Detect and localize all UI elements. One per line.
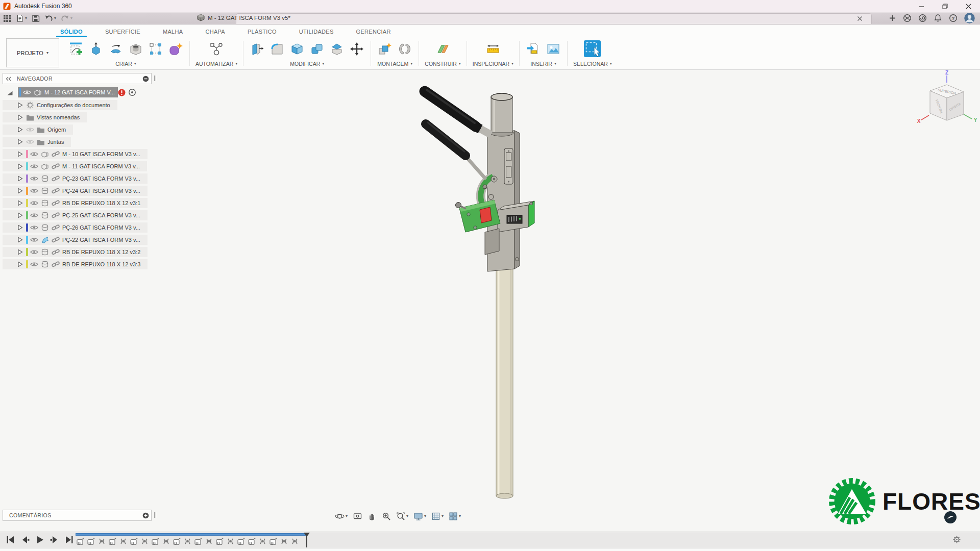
- expander-icon[interactable]: [17, 127, 23, 133]
- joint-feature-icon[interactable]: [162, 537, 170, 546]
- browser-item[interactable]: PÇ-25 GAT ISCA FORM V3 v...: [3, 210, 148, 220]
- insert-canvas-tool-button[interactable]: [545, 41, 561, 57]
- close-button[interactable]: [957, 0, 980, 12]
- ribbon-tab-0[interactable]: SÓLIDO: [60, 29, 83, 35]
- pan-button[interactable]: [368, 512, 377, 521]
- collapse-tree-icon[interactable]: [142, 76, 149, 82]
- eye-icon[interactable]: [30, 151, 38, 157]
- joint-feature-icon[interactable]: [183, 537, 192, 546]
- help-button[interactable]: ?: [949, 14, 958, 22]
- group-label[interactable]: AUTOMATIZAR▾: [195, 60, 237, 67]
- skip-start-button[interactable]: [5, 535, 15, 545]
- group-label[interactable]: INSERIR▾: [530, 60, 556, 67]
- expander-icon[interactable]: [17, 261, 23, 267]
- press-pull-tool-button[interactable]: [249, 41, 265, 57]
- joint-tool-button[interactable]: [397, 41, 413, 57]
- avatar-button[interactable]: [964, 13, 975, 23]
- move-copy-tool-button[interactable]: [349, 41, 365, 57]
- browser-item[interactable]: RB DE REPUXO 118 X 12 v3:2: [3, 247, 148, 257]
- browser-item[interactable]: RB DE REPUXO 118 X 12 v3:3: [3, 259, 148, 269]
- ribbon-tab-4[interactable]: PLÁSTICO: [248, 29, 277, 35]
- expander-icon[interactable]: [17, 237, 23, 243]
- root-expander-icon[interactable]: [7, 89, 13, 96]
- joint-feature-icon[interactable]: [258, 537, 267, 546]
- zoom-button[interactable]: [382, 512, 391, 521]
- shell-tool-button[interactable]: [289, 41, 305, 57]
- viewcube[interactable]: Z X Y SUPERIOR FRONTAL DIREITA: [915, 69, 980, 128]
- ribbon-tab-1[interactable]: SUPERFÍCIE: [105, 29, 140, 35]
- extensions-button[interactable]: [903, 14, 912, 22]
- joint-feature-icon[interactable]: [140, 537, 149, 546]
- expander-icon[interactable]: [17, 139, 23, 145]
- browser-item[interactable]: PÇ-22 GAT ISCA FORM V3 v...: [3, 235, 148, 245]
- ribbon-tab-5[interactable]: UTILIDADES: [299, 29, 334, 35]
- close-tab-icon[interactable]: [856, 15, 863, 22]
- component-feature-icon[interactable]: [237, 537, 246, 546]
- create-form-tool-button[interactable]: [167, 41, 184, 57]
- comments-panel-header[interactable]: COMENTÁRIOS: [3, 510, 152, 521]
- eye-icon[interactable]: [30, 200, 38, 206]
- display-settings-button[interactable]: ▾: [413, 512, 426, 521]
- undo-button[interactable]: ▾: [44, 14, 56, 22]
- browser-item[interactable]: M - 11 GAT ISCA FORM V3 v...: [3, 161, 147, 171]
- eye-off-icon[interactable]: [26, 127, 34, 133]
- select-tool-button[interactable]: [582, 39, 603, 59]
- group-label[interactable]: MONTAGEM▾: [377, 60, 412, 67]
- play-button[interactable]: [35, 535, 45, 545]
- eye-icon[interactable]: [30, 176, 38, 182]
- look-at-button[interactable]: [353, 512, 362, 521]
- eye-icon[interactable]: [30, 212, 38, 218]
- model-pole-driver-assembly[interactable]: [408, 77, 561, 505]
- panel-resize-grip[interactable]: [154, 76, 156, 81]
- browser-item[interactable]: RB DE REPUXO 118 X 12 v3:1: [3, 198, 148, 208]
- insert-mesh-tool-button[interactable]: [525, 41, 542, 57]
- component-feature-icon[interactable]: [269, 537, 278, 546]
- file-menu-button[interactable]: ▾: [16, 14, 27, 22]
- new-component-tool-button[interactable]: [377, 41, 393, 57]
- assistant-icon[interactable]: [944, 511, 957, 523]
- ribbon-tab-6[interactable]: GERENCIAR: [356, 29, 391, 35]
- eye-icon[interactable]: [30, 237, 38, 243]
- revolve-tool-button[interactable]: [108, 41, 124, 57]
- group-label[interactable]: MODIFICAR▾: [290, 60, 324, 67]
- expander-icon[interactable]: [17, 249, 23, 255]
- new-tab-button[interactable]: [889, 14, 896, 22]
- browser-item[interactable]: PÇ-24 GAT ISCA FORM V3 v...: [3, 186, 148, 196]
- automate-tool-button[interactable]: [208, 41, 225, 57]
- step-back-button[interactable]: [20, 535, 30, 545]
- create-sketch-tool-button[interactable]: [68, 41, 84, 57]
- eye-icon[interactable]: [30, 163, 38, 169]
- combine-tool-button[interactable]: [309, 41, 325, 57]
- browser-item[interactable]: M - 10 GAT ISCA FORM V3 v...: [3, 149, 148, 159]
- panel-resize-grip[interactable]: [154, 512, 156, 518]
- component-feature-icon[interactable]: [151, 537, 160, 546]
- save-button[interactable]: [32, 14, 40, 22]
- eye-off-icon[interactable]: [26, 139, 34, 145]
- joint-feature-icon[interactable]: [290, 537, 299, 546]
- hole-tool-button[interactable]: [128, 41, 144, 57]
- skip-end-button[interactable]: [64, 535, 75, 545]
- component-feature-icon[interactable]: [194, 537, 203, 546]
- expander-icon[interactable]: [17, 212, 23, 218]
- eye-icon[interactable]: [23, 89, 31, 95]
- component-feature-icon[interactable]: [215, 537, 224, 546]
- group-label[interactable]: CRIAR▾: [115, 60, 136, 67]
- joint-feature-icon[interactable]: [97, 537, 106, 546]
- add-comment-icon[interactable]: [142, 512, 149, 519]
- redo-button[interactable]: ▾: [61, 14, 72, 22]
- browser-item[interactable]: PÇ-23 GAT ISCA FORM V3 v...: [3, 173, 148, 184]
- ribbon-tab-2[interactable]: MALHA: [163, 29, 183, 35]
- eye-icon[interactable]: [30, 224, 38, 231]
- app-grid-button[interactable]: [3, 14, 11, 22]
- browser-item[interactable]: PÇ-26 GAT ISCA FORM V3 v...: [3, 222, 148, 233]
- browser-item[interactable]: Configurações do documento: [3, 100, 117, 110]
- group-label[interactable]: CONSTRUIR▾: [425, 60, 460, 67]
- expander-icon[interactable]: [17, 163, 23, 169]
- construction-plane-tool-button[interactable]: [435, 41, 451, 57]
- navigator-panel-header[interactable]: NAVEGADOR: [3, 73, 152, 84]
- expander-icon[interactable]: [17, 200, 23, 206]
- restore-button[interactable]: [933, 0, 957, 12]
- browser-root-item[interactable]: M - 12 GAT ISCA FORM V...: [3, 87, 139, 98]
- minimize-button[interactable]: [910, 0, 933, 12]
- eye-icon[interactable]: [30, 261, 38, 267]
